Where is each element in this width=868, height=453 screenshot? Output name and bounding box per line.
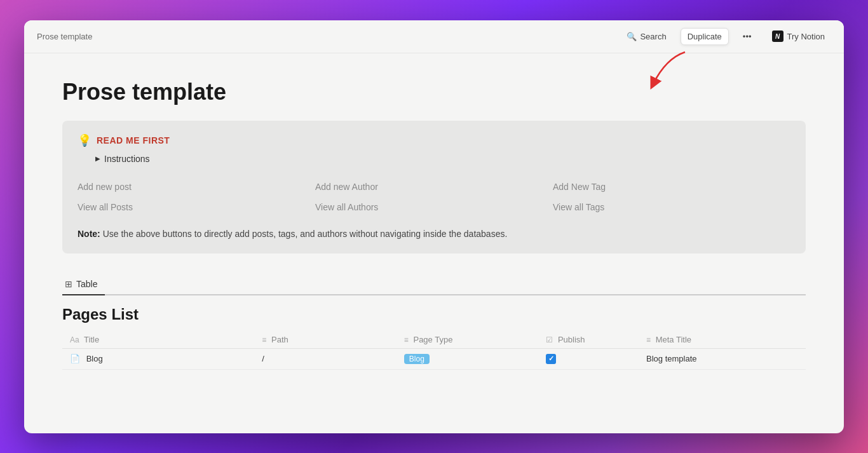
search-label: Search: [640, 32, 666, 41]
th-path-icon: ≡: [262, 335, 266, 344]
more-icon: •••: [743, 32, 752, 41]
main-content: Prose template 💡 READ ME FIRST ▶ Instruc…: [24, 53, 844, 433]
th-publish-icon: ☑: [546, 335, 553, 344]
topbar: Prose template 🔍 Search Duplicate ••• N …: [24, 20, 844, 53]
pages-table: Aa Title ≡ Path ≡ Page Type ☑: [62, 331, 806, 370]
action-buttons-grid: Add new post Add new Author Add New Tag …: [78, 177, 790, 217]
note-text: Note: Use the above buttons to directly …: [78, 227, 790, 241]
th-pagetype-icon: ≡: [404, 335, 409, 344]
table-row[interactable]: 📄 Blog / Blog ✓: [62, 348, 806, 369]
add-new-tag-button[interactable]: Add New Tag: [553, 177, 790, 197]
add-new-author-button[interactable]: Add new Author: [315, 177, 553, 197]
th-metatitle-icon: ≡: [646, 335, 651, 344]
publish-checkbox[interactable]: ✓: [546, 354, 556, 364]
info-box-header: 💡 READ ME FIRST: [78, 133, 790, 147]
view-all-authors-button[interactable]: View all Authors: [315, 197, 553, 217]
table-tab-label: Table: [76, 279, 97, 289]
header-row: Aa Title ≡ Path ≡ Page Type ☑: [62, 331, 806, 349]
topbar-left: Prose template: [37, 32, 92, 41]
cell-metatitle[interactable]: Blog template: [639, 348, 806, 369]
note-bold: Note:: [78, 229, 100, 239]
try-notion-button[interactable]: N Try Notion: [766, 27, 831, 45]
page-doc-icon: 📄: [70, 354, 80, 363]
search-button[interactable]: 🔍 Search: [620, 29, 672, 44]
topbar-right: 🔍 Search Duplicate ••• N Try Notion: [620, 27, 831, 45]
view-all-posts-button[interactable]: View all Posts: [78, 197, 315, 217]
more-button[interactable]: •••: [736, 29, 758, 44]
th-metatitle: ≡ Meta Title: [639, 331, 806, 349]
instructions-label: Instructions: [104, 154, 150, 164]
th-path-label: Path: [271, 335, 288, 344]
th-title-icon: Aa: [70, 335, 79, 344]
row-path: /: [262, 354, 264, 363]
table-section: ⊞ Table Pages List Aa Title ≡ Path: [62, 274, 806, 370]
info-box: 💡 READ ME FIRST ▶ Instructions Add new p…: [62, 121, 806, 254]
row-title: Blog: [86, 354, 103, 363]
pages-list-title: Pages List: [62, 306, 806, 323]
instructions-row: ▶ Instructions: [95, 154, 790, 164]
cell-path[interactable]: /: [254, 348, 396, 369]
th-title: Aa Title: [62, 331, 254, 349]
th-pagetype: ≡ Page Type: [397, 331, 538, 349]
table-body: 📄 Blog / Blog ✓: [62, 348, 806, 369]
table-header: Aa Title ≡ Path ≡ Page Type ☑: [62, 331, 806, 349]
th-publish: ☑ Publish: [538, 331, 639, 349]
check-icon: ✓: [548, 355, 554, 363]
row-metatitle: Blog template: [646, 354, 697, 363]
th-title-label: Title: [84, 335, 99, 344]
lightbulb-icon: 💡: [78, 133, 92, 147]
page-type-badge: Blog: [404, 354, 430, 364]
search-icon: 🔍: [627, 32, 637, 41]
duplicate-label: Duplicate: [688, 32, 722, 41]
view-all-tags-button[interactable]: View all Tags: [553, 197, 790, 217]
read-me-label: READ ME FIRST: [97, 135, 170, 145]
cell-publish[interactable]: ✓: [538, 348, 639, 369]
th-pagetype-label: Page Type: [413, 335, 452, 344]
th-path: ≡ Path: [254, 331, 396, 349]
cell-title[interactable]: 📄 Blog: [62, 348, 254, 369]
duplicate-button[interactable]: Duplicate: [681, 28, 729, 45]
triangle-icon: ▶: [95, 155, 100, 162]
th-metatitle-label: Meta Title: [656, 335, 691, 344]
note-body: Use the above buttons to directly add po…: [103, 229, 508, 239]
try-notion-label: Try Notion: [787, 32, 825, 41]
notion-logo-icon: N: [772, 30, 783, 42]
main-window: Prose template 🔍 Search Duplicate ••• N …: [24, 20, 844, 433]
table-tab-icon: ⊞: [65, 279, 72, 289]
cell-pagetype[interactable]: Blog: [397, 348, 538, 369]
th-publish-label: Publish: [558, 335, 585, 344]
window-title: Prose template: [37, 32, 92, 41]
page-title: Prose template: [62, 79, 806, 105]
table-tab[interactable]: ⊞ Table: [62, 274, 105, 295]
table-tab-row: ⊞ Table: [62, 274, 806, 295]
add-new-post-button[interactable]: Add new post: [78, 177, 315, 197]
